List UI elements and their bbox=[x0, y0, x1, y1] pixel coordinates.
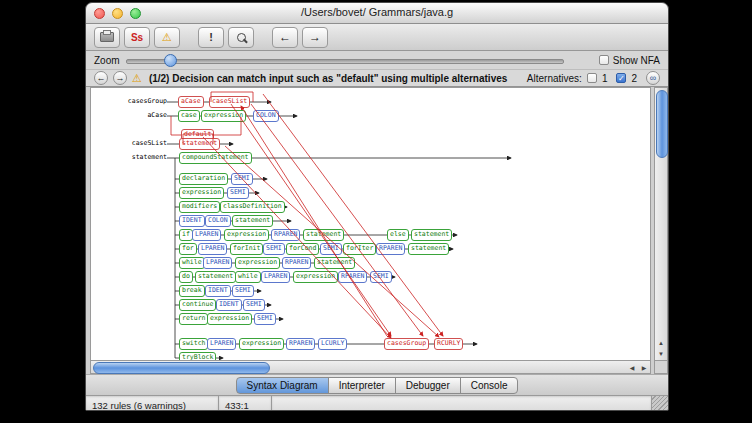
tab-console[interactable]: Console bbox=[460, 377, 519, 394]
diagram-node-SEMI[interactable]: SEMI bbox=[232, 285, 254, 297]
zoom-label: Zoom bbox=[94, 55, 120, 66]
diagram-node-SEMI[interactable]: SEMI bbox=[243, 299, 265, 311]
diagram-node-expression[interactable]: expression bbox=[179, 187, 224, 199]
print-icon bbox=[100, 32, 114, 42]
previous-warning-button[interactable]: ← bbox=[94, 71, 108, 85]
bottom-tab-bar: Syntax Diagram Interpreter Debugger Cons… bbox=[86, 374, 668, 395]
scroll-down-button[interactable]: ▼ bbox=[655, 348, 667, 359]
diagram-node-aCase[interactable]: aCase bbox=[178, 96, 204, 108]
diagram-node-IDENT[interactable]: IDENT bbox=[205, 285, 231, 297]
diagram-node-SEMI[interactable]: SEMI bbox=[231, 173, 253, 185]
diagram-node-SEMI[interactable]: SEMI bbox=[254, 313, 276, 325]
tab-syntax-diagram[interactable]: Syntax Diagram bbox=[236, 377, 329, 394]
diagram-node-modifiers[interactable]: modifiers bbox=[179, 201, 220, 213]
diagram-node-LCURLY[interactable]: LCURLY bbox=[318, 338, 347, 350]
diagram-node-statement[interactable]: statement bbox=[303, 229, 344, 241]
diagram-node-statement[interactable]: statement bbox=[195, 271, 236, 283]
find-button[interactable] bbox=[228, 27, 254, 48]
diagram-node-do[interactable]: do bbox=[179, 271, 193, 283]
diagram-node-statement[interactable]: statement bbox=[408, 243, 449, 255]
link-icon: ∞ bbox=[650, 73, 656, 83]
alternative-2-checkbox[interactable]: ✓ bbox=[616, 73, 626, 83]
diagram-node-declaration[interactable]: declaration bbox=[179, 173, 228, 185]
diagram-node-COLON[interactable]: COLON bbox=[205, 215, 231, 227]
diagram-node-switch[interactable]: switch bbox=[179, 338, 208, 350]
titlebar[interactable]: /Users/bovet/ Grammars/java.g bbox=[86, 3, 668, 24]
diagram-node-forCond[interactable]: forCond bbox=[286, 243, 319, 255]
diagram-node-expression[interactable]: expression bbox=[293, 271, 338, 283]
diagram-node-RPAREN[interactable]: RPAREN bbox=[271, 229, 300, 241]
syntax-coloring-button[interactable]: Ss bbox=[124, 27, 150, 48]
diagram-node-else[interactable]: else bbox=[387, 229, 409, 241]
debug-button[interactable]: ! bbox=[198, 27, 224, 48]
diagram-node-IDENT[interactable]: IDENT bbox=[216, 299, 242, 311]
next-warning-button[interactable]: → bbox=[113, 71, 127, 85]
diagram-node-continue[interactable]: continue bbox=[179, 299, 216, 311]
alternative-1-checkbox[interactable] bbox=[587, 73, 597, 83]
forward-button[interactable]: → bbox=[302, 27, 328, 48]
diagram-node-break[interactable]: break bbox=[179, 285, 205, 297]
cursor-position-status: 433:1 bbox=[219, 396, 272, 411]
tab-interpreter[interactable]: Interpreter bbox=[328, 377, 396, 394]
scroll-up-button[interactable]: ▲ bbox=[655, 337, 667, 348]
diagram-node-LPAREN[interactable]: LPAREN bbox=[207, 338, 236, 350]
diagram-node-RPAREN[interactable]: RPAREN bbox=[338, 271, 367, 283]
vertical-scrollbar-thumb[interactable] bbox=[656, 90, 668, 158]
diagram-node-compoundStatement[interactable]: compoundStatement bbox=[179, 152, 252, 164]
diagram-node-expression[interactable]: expression bbox=[235, 257, 280, 269]
diagram-node-SEMI[interactable]: SEMI bbox=[227, 187, 249, 199]
diagram-node-caseSList[interactable]: caseSList bbox=[209, 96, 250, 108]
diagram-node-forInit[interactable]: forInit bbox=[230, 243, 263, 255]
diagram-node-SEMI[interactable]: SEMI bbox=[320, 243, 342, 255]
diagram-node-while[interactable]: while bbox=[235, 271, 261, 283]
link-alternatives-button[interactable]: ∞ bbox=[646, 71, 660, 85]
diagram-canvas[interactable]: casesGroupaCasecaseSListstatementaCaseca… bbox=[90, 87, 651, 361]
diagram-node-while[interactable]: while bbox=[179, 257, 205, 269]
diagram-node-statement[interactable]: statement bbox=[179, 138, 220, 150]
scroll-right-button[interactable]: ▶ bbox=[638, 362, 650, 373]
diagram-node-for[interactable]: for bbox=[179, 243, 197, 255]
diagram-node-COLON[interactable]: COLON bbox=[253, 110, 279, 122]
print-button[interactable] bbox=[94, 27, 120, 48]
diagram-node-forIter[interactable]: forIter bbox=[343, 243, 376, 255]
diagram-node-casesGroup[interactable]: casesGroup bbox=[384, 338, 429, 350]
diagram-node-RPAREN[interactable]: RPAREN bbox=[376, 243, 405, 255]
diagram-node-statement[interactable]: statement bbox=[411, 229, 452, 241]
diagram-node-expression[interactable]: expression bbox=[207, 313, 252, 325]
diagram-node-SEMI[interactable]: SEMI bbox=[263, 243, 285, 255]
resize-grip[interactable] bbox=[652, 396, 668, 411]
show-nfa-checkbox[interactable] bbox=[599, 55, 609, 65]
show-nfa-toggle[interactable]: Show NFA bbox=[599, 55, 660, 66]
vertical-scrollbar[interactable]: ▲ ▼ bbox=[654, 87, 668, 361]
diagram-node-RCURLY[interactable]: RCURLY bbox=[434, 338, 463, 350]
diagram-node-if[interactable]: if bbox=[179, 229, 193, 241]
diagram-node-expression[interactable]: expression bbox=[239, 338, 284, 350]
diagram-node-statement[interactable]: statement bbox=[232, 215, 273, 227]
diagram-node-LPAREN[interactable]: LPAREN bbox=[198, 243, 227, 255]
diagram-node-expression[interactable]: expression bbox=[224, 229, 269, 241]
diagram-node-LPAREN[interactable]: LPAREN bbox=[203, 257, 232, 269]
tab-debugger[interactable]: Debugger bbox=[395, 377, 461, 394]
rule-label-aCase: aCase bbox=[91, 111, 167, 119]
diagram-node-tryBlock[interactable]: tryBlock bbox=[179, 352, 216, 361]
diagram-node-classDefinition[interactable]: classDefinition bbox=[220, 201, 285, 213]
diagram-node-RPAREN[interactable]: RPAREN bbox=[282, 257, 311, 269]
diagram-node-case[interactable]: case bbox=[178, 110, 200, 122]
diagram-node-IDENT[interactable]: IDENT bbox=[179, 215, 205, 227]
warnings-button[interactable]: ⚠ bbox=[154, 27, 180, 48]
diagram-node-statement[interactable]: statement bbox=[314, 257, 355, 269]
diagram-node-expression[interactable]: expression bbox=[201, 110, 246, 122]
zoom-slider-thumb[interactable] bbox=[164, 54, 177, 67]
alternative-1-label: 1 bbox=[602, 73, 608, 84]
horizontal-scrollbar-thumb[interactable] bbox=[93, 362, 270, 374]
diagram-node-LPAREN[interactable]: LPAREN bbox=[192, 229, 221, 241]
forward-arrow-icon: → bbox=[309, 30, 321, 44]
horizontal-scrollbar[interactable]: ◀ ▶ bbox=[90, 360, 651, 374]
scroll-left-button[interactable]: ◀ bbox=[626, 362, 638, 373]
diagram-node-LPAREN[interactable]: LPAREN bbox=[261, 271, 290, 283]
diagram-node-SEMI[interactable]: SEMI bbox=[370, 271, 392, 283]
diagram-node-RPAREN[interactable]: RPAREN bbox=[286, 338, 315, 350]
back-button[interactable]: ← bbox=[272, 27, 298, 48]
diagram-node-return[interactable]: return bbox=[179, 313, 208, 325]
zoom-slider[interactable] bbox=[126, 54, 564, 66]
